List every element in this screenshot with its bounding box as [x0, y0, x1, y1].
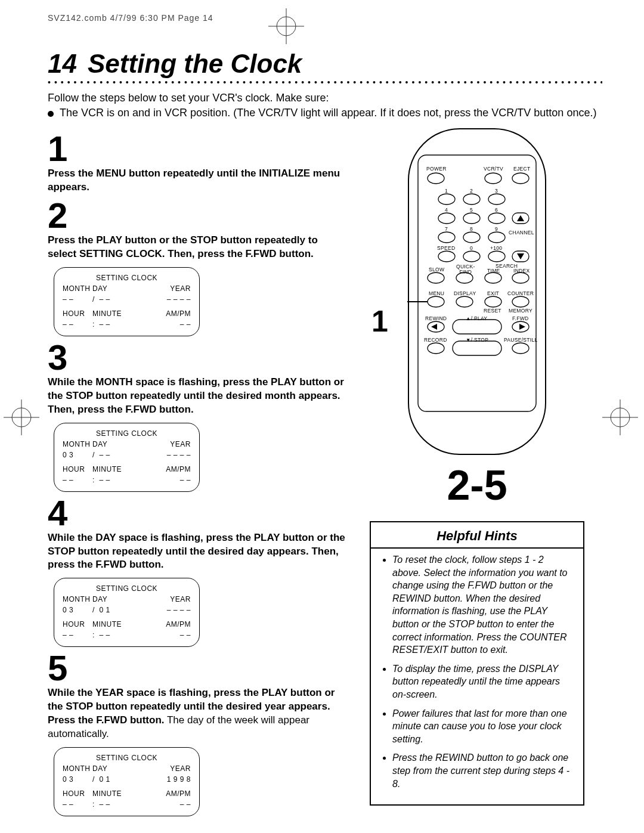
label-play: ▲/ PLAY	[466, 315, 487, 321]
label-9: 9	[495, 226, 498, 232]
step-3-text: While the MONTH space is flashing, press…	[48, 376, 346, 417]
page-number-heading: 14	[48, 49, 77, 79]
label-rewind: REWIND	[425, 315, 447, 321]
osd-screen-2: SETTING CLOCK MONTHDAYYEAR – –/ – –– – –…	[54, 267, 200, 336]
svg-point-13	[488, 213, 505, 224]
label-display: DISPLAY	[454, 290, 476, 296]
svg-point-19	[463, 251, 480, 262]
label-8: 8	[470, 226, 473, 232]
callout-step-1: 1	[371, 304, 388, 339]
label-5: 5	[470, 207, 473, 213]
hint-item: Press the REWIND button to go back one s…	[392, 751, 574, 790]
svg-point-26	[428, 296, 444, 307]
svg-point-12	[463, 213, 480, 224]
step-1-text: Press the MENU button repeatedly until t…	[48, 167, 346, 194]
label-plus100: +100	[490, 245, 502, 251]
label-speed: SPEED	[437, 245, 455, 251]
step-5-number: 5	[48, 651, 346, 686]
label-pause: PAUSE/STILL	[504, 337, 538, 343]
label-slow: SLOW	[429, 267, 444, 272]
prepress-slug: SVZ142.comb 4/7/99 6:30 PM Page 14	[48, 13, 602, 23]
hints-title: Helpful Hints	[371, 528, 583, 549]
page-title: Setting the Clock	[88, 49, 302, 79]
step-5-text: While the YEAR space is flashing, press …	[48, 686, 346, 741]
label-power: POWER	[426, 166, 447, 172]
step-4-text: While the DAY space is flashing, press t…	[48, 531, 346, 572]
label-0: 0	[470, 245, 473, 251]
label-quickfind: QUICK- FIND	[456, 264, 475, 274]
svg-rect-34	[453, 341, 501, 355]
svg-point-25	[512, 272, 529, 283]
svg-point-27	[456, 296, 473, 307]
label-index: INDEX	[513, 268, 530, 274]
svg-point-5	[428, 173, 444, 184]
svg-point-9	[463, 194, 480, 205]
svg-point-11	[438, 213, 455, 224]
label-exit: EXIT	[487, 290, 499, 296]
label-6: 6	[495, 207, 498, 213]
svg-point-22	[428, 272, 444, 283]
label-menu: MENU	[429, 290, 444, 296]
remote-diagram: 1	[407, 128, 547, 456]
label-vcrtv: VCR/TV	[484, 166, 503, 172]
step-3-number: 3	[48, 340, 346, 376]
label-channel: CHANNEL	[509, 230, 534, 236]
label-reset: RESET	[484, 308, 501, 314]
cropmark-left	[4, 400, 39, 435]
label-time: TIME	[487, 268, 500, 274]
svg-point-7	[512, 173, 529, 184]
hint-item: Power failures that last for more than o…	[392, 707, 574, 746]
step-2-number: 2	[48, 198, 346, 234]
osd-screen-3: SETTING CLOCK MONTHDAYYEAR 0 3/ – –– – –…	[54, 423, 200, 492]
step-1-number: 1	[48, 131, 346, 167]
osd-screen-5: SETTING CLOCK MONTHDAYYEAR 0 3/ 0 11 9 9…	[54, 747, 200, 816]
label-1: 1	[445, 188, 448, 194]
cropmark-top	[268, 8, 304, 44]
svg-point-24	[485, 272, 501, 283]
svg-point-20	[488, 251, 505, 262]
label-stop: ▼/ STOP	[466, 337, 488, 343]
bullet-dot-icon	[48, 111, 54, 117]
label-3: 3	[495, 188, 498, 194]
hint-item: To display the time, press the DISPLAY b…	[392, 662, 574, 701]
callout-steps-2-5: 2-5	[370, 462, 584, 509]
svg-point-28	[485, 296, 501, 307]
step-4-number: 4	[48, 496, 346, 531]
svg-rect-31	[453, 320, 501, 334]
svg-point-33	[428, 343, 444, 354]
label-2: 2	[470, 188, 473, 194]
svg-point-15	[438, 232, 455, 243]
step-2-text: Press the PLAY button or the STOP button…	[48, 234, 346, 261]
label-record: RECORD	[424, 337, 447, 343]
label-4: 4	[445, 207, 448, 213]
helpful-hints-box: Helpful Hints To reset the clock, follow…	[370, 521, 584, 806]
svg-point-18	[438, 251, 455, 262]
svg-point-29	[512, 296, 529, 307]
svg-point-6	[485, 173, 501, 184]
intro-bullet: The VCR is on and in VCR position. (The …	[60, 107, 596, 119]
svg-point-35	[512, 343, 529, 354]
svg-point-10	[488, 194, 505, 205]
label-eject: EJECT	[513, 166, 530, 172]
svg-point-17	[488, 232, 505, 243]
svg-point-8	[438, 194, 455, 205]
label-7: 7	[445, 226, 448, 232]
svg-point-16	[463, 232, 480, 243]
label-counter: COUNTER	[507, 290, 534, 296]
intro-text: Follow the steps below to set your VCR's…	[48, 92, 602, 104]
hint-item: To reset the clock, follow steps 1 - 2 a…	[392, 553, 574, 657]
cropmark-right	[602, 400, 638, 435]
dotted-rule: ••••••••••••••••••••••••••••••••••••••••…	[48, 78, 602, 87]
osd-screen-4: SETTING CLOCK MONTHDAYYEAR 0 3/ 0 1– – –…	[54, 578, 200, 647]
label-ffwd: F.FWD	[512, 315, 528, 321]
label-memory: MEMORY	[509, 308, 532, 314]
